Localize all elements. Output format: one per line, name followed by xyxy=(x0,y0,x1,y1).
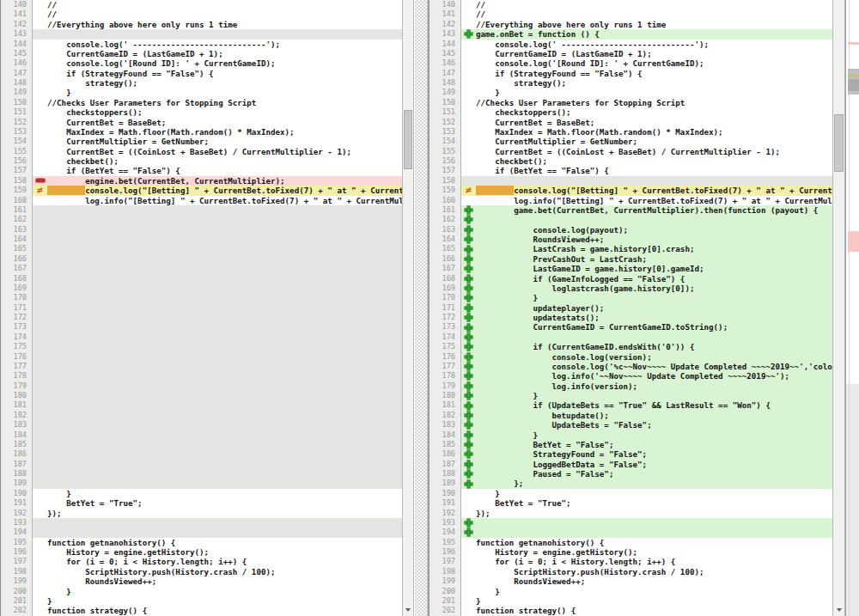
code-line[interactable]: 147 if (StrategyFound == "False") { xyxy=(3,69,402,78)
code-line[interactable]: 193 xyxy=(3,518,402,528)
code-line-body[interactable]: updatestats(); xyxy=(461,313,832,322)
code-line-body[interactable]: } xyxy=(461,430,832,440)
left-scrollbar-thumb[interactable] xyxy=(404,110,412,169)
code-line[interactable]: 156 checkbet(); xyxy=(3,156,402,166)
code-line[interactable]: 160 log.info("[Betting] " + CurrentBet.t… xyxy=(3,196,402,205)
code-line-body[interactable] xyxy=(33,235,402,244)
code-line-body[interactable]: log.info(version); xyxy=(461,381,832,391)
code-line-body[interactable]: if (GameInfoLogged == "False") { xyxy=(461,274,832,284)
code-line-body[interactable] xyxy=(33,440,402,449)
code-line-body[interactable] xyxy=(33,430,402,440)
code-line[interactable]: 141// xyxy=(430,9,832,19)
code-line[interactable]: 199 RoundsViewed++; xyxy=(3,576,402,586)
code-line[interactable]: 167 xyxy=(3,264,402,273)
code-line[interactable]: 162 xyxy=(430,215,832,224)
chevron-down-icon[interactable] xyxy=(403,606,413,614)
code-line[interactable]: 181 if (UpdateBets == "True" && LastResu… xyxy=(430,400,832,410)
code-line-body[interactable] xyxy=(33,274,402,284)
code-line-body[interactable]: if (BetYet == "False") { xyxy=(33,166,402,175)
code-line[interactable]: 164 RoundsViewed++; xyxy=(430,235,832,244)
code-line-body[interactable]: Paused = "False"; xyxy=(461,469,832,479)
code-line-body[interactable]: //Everything above here only runs 1 time xyxy=(33,20,402,29)
code-line[interactable]: 154 CurrentMultiplier = GetNumber; xyxy=(3,137,402,146)
code-line[interactable]: 182 xyxy=(3,411,402,420)
code-line[interactable]: 142//Everything above here only runs 1 t… xyxy=(3,20,402,29)
code-line[interactable]: 196 History = engine.getHistory(); xyxy=(430,547,832,557)
code-line[interactable]: 180 } xyxy=(430,391,832,400)
left-pane-scrollbar[interactable] xyxy=(402,0,414,616)
code-line-body[interactable] xyxy=(33,411,402,420)
code-line[interactable]: 191 BetYet = "True"; xyxy=(3,498,402,508)
code-line[interactable]: 201} xyxy=(430,596,832,606)
code-line-body[interactable]: strategy(); xyxy=(33,78,402,88)
code-line[interactable]: 166 PrevCashOut = LastCrash; xyxy=(430,254,832,264)
code-line-body[interactable]: CurrentMultiplier = GetNumber; xyxy=(461,137,832,146)
code-line[interactable]: 143game.onBet = function () { xyxy=(430,29,832,39)
code-line[interactable]: 161 game.bet(CurrentBet, CurrentMultipli… xyxy=(430,205,832,215)
code-line[interactable]: 158 engine.bet(CurrentBet, CurrentMultip… xyxy=(3,176,402,186)
code-line[interactable]: 172 updatestats(); xyxy=(430,313,832,322)
code-line-body[interactable] xyxy=(33,460,402,469)
code-line[interactable]: 185 xyxy=(3,440,402,449)
code-line-body[interactable]: // xyxy=(461,9,832,19)
code-line-body[interactable] xyxy=(33,391,402,400)
code-line[interactable]: 181 xyxy=(3,400,402,410)
code-line-body[interactable]: PrevCashOut = LastCrash; xyxy=(461,254,832,264)
code-line-body[interactable]: CurrentBet = ((CoinLost + BaseBet) / Cur… xyxy=(33,147,402,156)
code-line[interactable]: 151 checkstoppers(); xyxy=(430,107,832,117)
code-line-body[interactable]: }); xyxy=(33,509,402,518)
code-line[interactable]: 147 if (StrategyFound == "False") { xyxy=(430,69,832,78)
code-line-body[interactable]: console.log('[Round ID]: ' + CurrentGame… xyxy=(461,58,832,68)
code-line[interactable]: 191 BetYet = "True"; xyxy=(430,498,832,508)
code-line[interactable]: 142//Everything above here only runs 1 t… xyxy=(430,20,832,29)
code-line-body[interactable]: ScriptHistory.push(History.crash / 100); xyxy=(461,567,832,576)
code-line[interactable]: 189 }; xyxy=(430,479,832,488)
code-line[interactable]: 152 CurrentBet = BaseBet; xyxy=(3,118,402,127)
code-line-body[interactable]: History = engine.getHistory(); xyxy=(461,547,832,557)
code-line[interactable]: 179 log.info(version); xyxy=(430,381,832,391)
code-line-body[interactable] xyxy=(33,342,402,351)
code-line[interactable]: 197 for (i = 0; i < History.length; i++)… xyxy=(3,557,402,566)
code-line-body[interactable]: CurrentGameID = (LastGameID + 1); xyxy=(33,49,402,58)
code-line[interactable]: 187 LoggedBetData = "False"; xyxy=(430,460,832,469)
code-line-body[interactable]: BetYet = "False"; xyxy=(461,440,832,449)
code-line[interactable]: 185 BetYet = "False"; xyxy=(430,440,832,449)
code-line-body[interactable] xyxy=(33,479,402,488)
code-line[interactable]: 183 UpdateBets = "False"; xyxy=(430,420,832,430)
code-line[interactable]: 200 } xyxy=(430,587,832,596)
code-line[interactable]: 157 if (BetYet == "False") { xyxy=(3,166,402,175)
code-line-body[interactable] xyxy=(33,518,402,528)
code-line-body[interactable] xyxy=(33,254,402,264)
code-line[interactable]: 148 strategy(); xyxy=(3,78,402,88)
code-line[interactable]: 190 } xyxy=(3,489,402,498)
code-line[interactable]: 159≠ console.log("[Betting] " + CurrentB… xyxy=(3,186,402,195)
code-line-body[interactable] xyxy=(33,322,402,332)
right-file-pane[interactable]: 140//141//142//Everything above here onl… xyxy=(428,0,832,616)
code-line-body[interactable]: checkstoppers(); xyxy=(33,107,402,117)
code-line[interactable]: 150//Checks User Parameters for Stopping… xyxy=(430,98,832,107)
code-line[interactable]: 159≠ console.log("[Betting] " + CurrentB… xyxy=(430,186,832,195)
code-line-body[interactable]: //Checks User Parameters for Stopping Sc… xyxy=(33,98,402,107)
code-line-body[interactable]: LastGameID = game.history[0].gameId; xyxy=(461,264,832,273)
code-line[interactable]: 195function getnanohistory() { xyxy=(3,538,402,547)
code-line-body[interactable]: console.log(' --------------------------… xyxy=(461,40,832,49)
code-line[interactable]: 157 if (BetYet == "False") { xyxy=(430,166,832,175)
code-line-body[interactable] xyxy=(33,362,402,371)
right-scrollbar-thumb[interactable] xyxy=(834,114,844,172)
code-line[interactable]: 178 log.info('~~Nov~~~~ Update Completed… xyxy=(430,371,832,381)
code-line-body[interactable]: ≠ console.log("[Betting] " + CurrentBet.… xyxy=(461,186,832,195)
code-line[interactable]: 141// xyxy=(3,9,402,19)
code-line-body[interactable]: RoundsViewed++; xyxy=(33,576,402,586)
left-file-pane[interactable]: 140//141//142//Everything above here onl… xyxy=(3,0,402,616)
code-line-body[interactable]: }); xyxy=(461,509,832,518)
code-line[interactable]: 146 console.log('[Round ID]: ' + Current… xyxy=(430,58,832,68)
code-line-body[interactable]: UpdateBets = "False"; xyxy=(461,420,832,430)
code-line[interactable]: 201} xyxy=(3,596,402,606)
code-line-body[interactable]: function strategy() { xyxy=(461,606,832,615)
code-line[interactable]: 140// xyxy=(3,0,402,9)
code-line[interactable]: 160 log.info("[Betting] " + CurrentBet.t… xyxy=(430,196,832,205)
code-line[interactable]: 150//Checks User Parameters for Stopping… xyxy=(3,98,402,107)
code-line[interactable]: 202function strategy() { xyxy=(430,606,832,615)
code-line[interactable]: 188 xyxy=(3,469,402,479)
code-line-body[interactable]: if (CurrentGameID.endsWith('0')) { xyxy=(461,342,832,351)
